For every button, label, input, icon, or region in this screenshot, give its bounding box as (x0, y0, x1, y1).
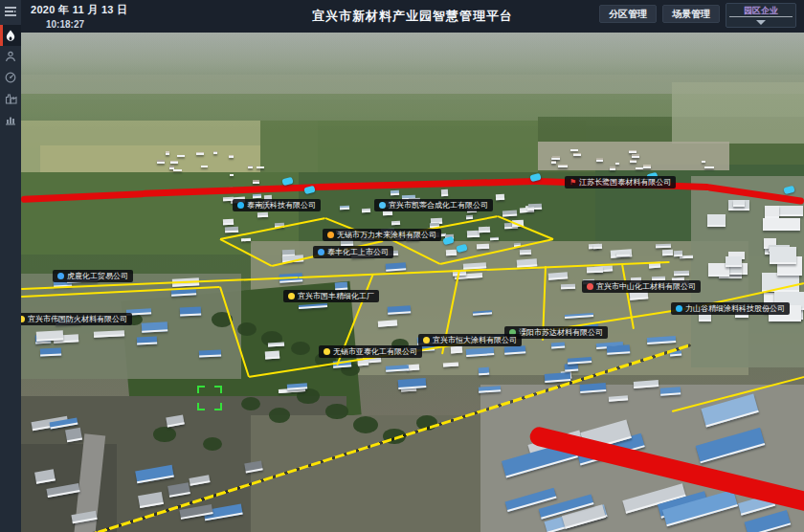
building (643, 165, 651, 168)
hamburger-menu-icon (4, 6, 17, 20)
company-marker-icon (324, 348, 330, 355)
building (265, 351, 280, 360)
building (573, 153, 582, 156)
company-label[interactable]: 虎鹿化工贸易公司 (53, 270, 133, 282)
terrain-patch (672, 82, 804, 144)
park-enterprise-dropdown[interactable]: 园区企业 (726, 3, 796, 28)
building (609, 395, 628, 402)
selection-bracket (197, 386, 222, 410)
company-marker-icon (57, 273, 64, 279)
building (778, 206, 802, 216)
chevron-down-icon (756, 20, 766, 25)
map-viewport[interactable]: 泰南沃科技有限公司宜兴市凯蒂合成化工有限公司无锡市万力未来涂料有限公司泰丰化工上… (21, 33, 804, 532)
building (662, 250, 673, 255)
company-label[interactable]: 无锡市万力未来涂料有限公司 (323, 229, 441, 241)
building (656, 244, 671, 248)
flame-icon (5, 30, 16, 42)
menu-toggle-button[interactable] (0, 0, 21, 25)
sidebar-item-gauge[interactable] (0, 67, 21, 88)
company-label[interactable]: 宜兴市中山化工材料有限公司 (582, 280, 701, 293)
building (36, 330, 63, 341)
building (287, 383, 308, 390)
building (630, 160, 636, 163)
building (441, 189, 448, 196)
company-marker-icon (318, 249, 324, 255)
building (733, 200, 745, 207)
building (386, 365, 409, 372)
sidebar-item-factory[interactable] (0, 88, 21, 109)
company-label-text: 无锡市亚泰化工有限公司 (333, 345, 417, 358)
building (257, 166, 264, 169)
company-label[interactable]: 宜兴市恒大涂料有限公司 (418, 334, 522, 346)
sidebar-item-flame[interactable] (0, 25, 21, 46)
building (610, 166, 614, 169)
building (674, 271, 690, 277)
building (65, 427, 82, 441)
building (564, 364, 577, 372)
company-marker-icon (237, 202, 244, 209)
tree-canopy (269, 408, 290, 422)
building (552, 156, 560, 160)
sidebar-item-person[interactable] (0, 46, 21, 67)
tree-canopy (241, 397, 260, 410)
zone-management-button[interactable]: 分区管理 (599, 5, 657, 23)
person-icon (5, 51, 16, 62)
building (558, 165, 568, 167)
building (157, 160, 164, 163)
building (607, 344, 631, 355)
building (391, 190, 399, 196)
building (580, 383, 607, 393)
building (629, 150, 636, 153)
building (545, 372, 571, 383)
company-marker-icon (423, 337, 430, 344)
sidebar-item-bar-chart[interactable] (0, 109, 21, 130)
tree-canopy (353, 416, 378, 433)
building (257, 211, 268, 217)
building (173, 169, 181, 172)
company-label[interactable]: 泰南沃科技有限公司 (233, 199, 321, 211)
building (223, 219, 234, 226)
company-label[interactable]: 无锡市亚泰化工有限公司 (319, 345, 422, 358)
building (142, 321, 168, 332)
company-label[interactable]: 宜兴市国丰精细化工厂 (283, 290, 379, 302)
building (496, 193, 504, 200)
building (446, 250, 457, 256)
building (340, 206, 349, 211)
building (137, 337, 157, 345)
building (166, 151, 169, 155)
company-marker-icon (587, 283, 593, 290)
building (504, 345, 526, 354)
building (596, 158, 603, 162)
company-label-text: 宜兴市恒大涂料有限公司 (433, 334, 517, 346)
company-label[interactable]: 力山谷精细涂料科技股份公司 (671, 302, 790, 315)
building (704, 166, 714, 168)
building (570, 149, 579, 152)
company-label[interactable]: ⚑江苏长鹭国泰材料有限公司 (565, 176, 676, 188)
sidebar-nav (0, 25, 21, 130)
company-label-text: 宜兴市凯蒂合成化工有限公司 (389, 199, 488, 211)
tree-canopy (237, 322, 257, 336)
building (770, 247, 797, 264)
building (674, 251, 682, 256)
company-label[interactable]: 宜兴市伟国防火材料有限公司 (21, 313, 132, 325)
building (587, 266, 603, 272)
building (391, 221, 400, 225)
dropdown-divider (729, 16, 793, 17)
building (179, 307, 200, 318)
building (199, 349, 222, 357)
building (201, 166, 208, 167)
tree-canopy (291, 342, 310, 355)
building (520, 249, 531, 255)
building (707, 214, 726, 227)
company-label[interactable]: 宜兴市凯蒂合成化工有限公司 (374, 199, 493, 211)
app-root: 2020 年 11 月 13 日 10:18:27 宜兴市新材料产业园智慧管理平… (0, 0, 804, 532)
building (477, 244, 489, 249)
building (177, 155, 185, 157)
company-label-text: 宜兴市中山化工材料有限公司 (596, 280, 696, 293)
company-label-text: 宜兴市国丰精细化工厂 (298, 290, 374, 302)
company-label-text: 宜兴市伟国防火材料有限公司 (28, 313, 127, 325)
scene-management-button[interactable]: 场景管理 (662, 5, 720, 23)
building (765, 206, 779, 218)
company-label-text: 泰丰化工上市公司 (327, 246, 389, 258)
company-label[interactable]: 泰丰化工上市公司 (313, 246, 393, 258)
